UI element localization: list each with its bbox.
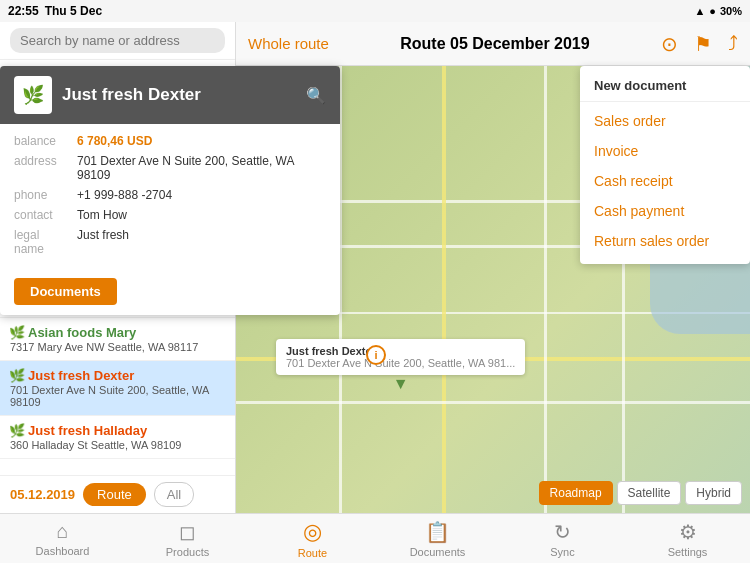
nav-sync-label: Sync — [550, 546, 574, 558]
popup-body: balance 6 780,46 USD address 701 Dexter … — [0, 124, 340, 272]
contact-label: contact — [14, 208, 69, 222]
nav-dashboard-label: Dashboard — [36, 545, 90, 557]
nav-settings-label: Settings — [668, 546, 708, 558]
refresh-icon[interactable]: ⊙ — [661, 32, 678, 56]
roadmap-button[interactable]: Roadmap — [539, 481, 613, 505]
popup-header: 🌿 Just fresh Dexter 🔍 — [0, 66, 340, 124]
flag-icon[interactable]: ⚑ — [694, 32, 712, 56]
nav-sync[interactable]: ↻ Sync — [500, 514, 625, 563]
return-sales-order-item[interactable]: Return sales order — [580, 226, 750, 256]
balance-value: 6 780,46 USD — [77, 134, 326, 148]
balance-label: balance — [14, 134, 69, 148]
new-document-panel: New document Sales order Invoice Cash re… — [580, 66, 750, 264]
store-address: 7317 Mary Ave NW Seattle, WA 98117 — [10, 341, 225, 353]
cash-payment-item[interactable]: Cash payment — [580, 196, 750, 226]
date-text: 05.12.2019 — [10, 487, 75, 502]
main-layout: 🌿 Just fresh Phinney 4811 Phinney Ave N,… — [0, 22, 750, 513]
route-title: Route 05 December 2019 — [400, 35, 589, 53]
list-item[interactable]: 🌿 Just fresh Dexter 701 Dexter Ave N Sui… — [0, 361, 235, 416]
legal-label: legal name — [14, 228, 69, 256]
status-day: Thu 5 Dec — [45, 4, 102, 18]
popup-store-name: Just fresh Dexter — [62, 85, 296, 105]
nav-documents-label: Documents — [410, 546, 466, 558]
phone-label: phone — [14, 188, 69, 202]
search-bar — [0, 22, 235, 60]
cash-receipt-item[interactable]: Cash receipt — [580, 166, 750, 196]
store-popup: 🌿 Just fresh Dexter 🔍 balance 6 780,46 U… — [0, 66, 340, 315]
info-circle-icon[interactable]: i — [366, 345, 386, 365]
invoice-item[interactable]: Invoice — [580, 136, 750, 166]
map-info-box: Just fresh Dexter 701 Dexter Ave N Suite… — [276, 339, 525, 375]
leaf-icon: 🌿 — [10, 424, 24, 438]
date-bar: 05.12.2019 Route All — [0, 475, 235, 513]
marker-name: Just fresh Dexter — [286, 345, 515, 357]
wifi-icon: ▲ — [694, 5, 705, 17]
dashboard-icon: ⌂ — [56, 520, 68, 543]
contact-value: Tom How — [77, 208, 326, 222]
popup-search-icon[interactable]: 🔍 — [306, 86, 326, 105]
leaf-icon: 🌿 — [10, 326, 24, 340]
address-label: address — [14, 154, 69, 182]
popup-legal-row: legal name Just fresh — [14, 228, 326, 256]
settings-icon: ⚙ — [679, 520, 697, 544]
legal-value: Just fresh — [77, 228, 326, 256]
sync-icon: ↻ — [554, 520, 571, 544]
popup-phone-row: phone +1 999-888 -2704 — [14, 188, 326, 202]
hybrid-button[interactable]: Hybrid — [685, 481, 742, 505]
satellite-button[interactable]: Satellite — [617, 481, 682, 505]
all-button[interactable]: All — [154, 482, 194, 507]
battery-level: 30% — [720, 5, 742, 17]
nav-products[interactable]: ◻ Products — [125, 514, 250, 563]
map-pin-icon: ▼ — [393, 375, 409, 393]
popup-balance-row: balance 6 780,46 USD — [14, 134, 326, 148]
popup-address-row: address 701 Dexter Ave N Suite 200, Seat… — [14, 154, 326, 182]
status-bar: 22:55 Thu 5 Dec ▲ ● 30% — [0, 0, 750, 22]
share-icon[interactable]: ⤴ — [728, 32, 738, 55]
phone-value: +1 999-888 -2704 — [77, 188, 326, 202]
documents-icon: 📋 — [425, 520, 450, 544]
leaf-icon: 🌿 — [10, 369, 24, 383]
store-address: 701 Dexter Ave N Suite 200, Seattle, WA … — [10, 384, 225, 408]
map-marker-container: Just fresh Dexter 701 Dexter Ave N Suite… — [276, 339, 525, 393]
store-name: 🌿 Just fresh Dexter — [10, 368, 225, 383]
store-address: 360 Halladay St Seattle, WA 98109 — [10, 439, 225, 451]
status-time: 22:55 — [8, 4, 39, 18]
bottom-nav: ⌂ Dashboard ◻ Products ◎ Route 📋 Documen… — [0, 513, 750, 563]
nav-route[interactable]: ◎ Route — [250, 514, 375, 563]
store-name: 🌿 Asian foods Mary — [10, 325, 225, 340]
sales-order-item[interactable]: Sales order — [580, 106, 750, 136]
signal-icon: ● — [709, 5, 716, 17]
list-item[interactable]: 🌿 Just fresh Halladay 360 Halladay St Se… — [0, 416, 235, 459]
whole-route-link[interactable]: Whole route — [248, 35, 329, 52]
marker-address: 701 Dexter Ave N Suite 200, Seattle, WA … — [286, 357, 515, 369]
route-icon: ◎ — [303, 519, 322, 545]
popup-logo: 🌿 — [14, 76, 52, 114]
new-document-title: New document — [580, 74, 750, 102]
route-button[interactable]: Route — [83, 483, 146, 506]
address-value: 701 Dexter Ave N Suite 200, Seattle, WA … — [77, 154, 326, 182]
nav-products-label: Products — [166, 546, 209, 558]
map-controls: Roadmap Satellite Hybrid — [539, 481, 742, 505]
products-icon: ◻ — [179, 520, 196, 544]
nav-settings[interactable]: ⚙ Settings — [625, 514, 750, 563]
nav-documents[interactable]: 📋 Documents — [375, 514, 500, 563]
store-name: 🌿 Just fresh Halladay — [10, 423, 225, 438]
documents-button[interactable]: Documents — [14, 278, 117, 305]
search-input[interactable] — [10, 28, 225, 53]
header: Whole route Route 05 December 2019 ⊙ ⚑ ⤴ — [236, 22, 750, 66]
nav-route-label: Route — [298, 547, 327, 559]
popup-contact-row: contact Tom How — [14, 208, 326, 222]
list-item[interactable]: 🌿 Asian foods Mary 7317 Mary Ave NW Seat… — [0, 318, 235, 361]
header-icons: ⊙ ⚑ ⤴ — [661, 32, 738, 56]
nav-dashboard[interactable]: ⌂ Dashboard — [0, 514, 125, 563]
marker-pin-wrapper: ▼ — [276, 375, 525, 393]
